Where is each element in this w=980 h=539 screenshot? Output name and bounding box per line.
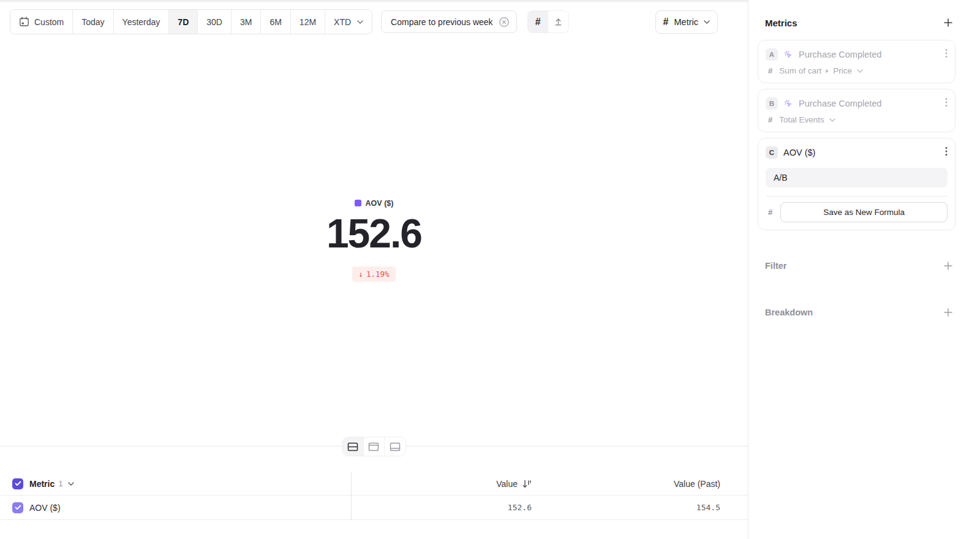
aggregation-dropdown[interactable]: Sum of cart Price bbox=[779, 66, 863, 75]
aggregation-label: Total Events bbox=[779, 115, 824, 124]
save-as-new-formula-button[interactable]: Save as New Formula bbox=[780, 202, 948, 222]
chevron-down-icon[interactable] bbox=[68, 482, 74, 486]
chevron-down-icon bbox=[857, 69, 863, 73]
date-range-7d[interactable]: 7D bbox=[169, 10, 198, 34]
results-table: Metric 1 Value bbox=[0, 472, 748, 520]
table-header-row: Metric 1 Value bbox=[0, 472, 748, 496]
metric-dropdown-button[interactable]: # Metric bbox=[655, 10, 718, 34]
chevron-down-icon bbox=[357, 20, 363, 24]
date-range-label: Custom bbox=[34, 17, 64, 27]
legend-label: AOV ($) bbox=[366, 199, 394, 208]
metric-card-title[interactable]: Purchase Completed bbox=[799, 99, 881, 108]
add-filter-button[interactable] bbox=[942, 260, 954, 272]
sort-descending-icon[interactable] bbox=[522, 480, 532, 488]
legend-swatch bbox=[355, 200, 361, 206]
aggregation-row: # Total Events bbox=[766, 115, 948, 124]
row-metric-cell: AOV ($) bbox=[0, 502, 351, 513]
metric-big-number: 152.6 bbox=[326, 213, 421, 254]
metric-card-a[interactable]: A Purchase Completed # Sum of cart bbox=[758, 40, 956, 83]
row-checkbox[interactable] bbox=[12, 502, 23, 513]
metric-card-c-formula[interactable]: C AOV ($) A/B # Save as New Formula bbox=[758, 138, 956, 230]
layout-bottom-bar-icon bbox=[390, 442, 401, 451]
metric-header-cell[interactable]: Metric 1 bbox=[0, 478, 351, 489]
chevron-down-icon bbox=[704, 20, 710, 24]
layout-split-button[interactable] bbox=[343, 437, 364, 456]
date-range-today[interactable]: Today bbox=[73, 10, 113, 34]
insights-app: Custom Today Yesterday 7D 30D 3M 6M 12M … bbox=[0, 0, 980, 539]
metric-card-title-row: B Purchase Completed bbox=[766, 96, 948, 111]
row-value-past: 154.5 bbox=[532, 503, 720, 512]
metrics-section-header: Metrics bbox=[758, 17, 956, 29]
formula-actions-row: # Save as New Formula bbox=[766, 202, 948, 222]
layout-top-bar-icon bbox=[368, 442, 379, 451]
arrow-down-icon: ↓ bbox=[358, 270, 363, 279]
select-all-checkbox[interactable] bbox=[12, 478, 23, 489]
kebab-icon[interactable] bbox=[945, 146, 948, 159]
add-metric-button[interactable] bbox=[942, 17, 954, 29]
date-range-label: 30D bbox=[206, 17, 222, 27]
aggregation-dropdown[interactable]: Total Events bbox=[779, 115, 835, 124]
trend-view-toggle[interactable] bbox=[548, 11, 568, 32]
date-range-yesterday[interactable]: Yesterday bbox=[114, 10, 170, 34]
hash-icon: # bbox=[768, 208, 772, 217]
value-header-label: Value bbox=[496, 479, 518, 489]
caret-right-icon bbox=[825, 69, 829, 74]
metric-visualization: AOV ($) 152.6 ↓ 1.19% bbox=[0, 34, 748, 446]
row-value: 152.6 bbox=[508, 503, 532, 512]
metric-card-title[interactable]: Purchase Completed bbox=[799, 50, 881, 59]
date-range-label: XTD bbox=[334, 17, 351, 27]
metric-badge: A bbox=[766, 48, 778, 61]
date-range-6m[interactable]: 6M bbox=[261, 10, 290, 34]
metric-count: 1 bbox=[58, 479, 63, 488]
breakdown-section: Breakdown bbox=[758, 306, 956, 318]
date-range-custom[interactable]: Custom bbox=[10, 10, 73, 34]
main-panel: Custom Today Yesterday 7D 30D 3M 6M 12M … bbox=[0, 0, 748, 539]
value-header-cell[interactable]: Value bbox=[351, 479, 532, 489]
date-range-12m[interactable]: 12M bbox=[291, 10, 325, 34]
hash-icon: # bbox=[768, 115, 772, 124]
date-range-label: 7D bbox=[178, 17, 189, 27]
layout-chart-only-button[interactable] bbox=[364, 437, 385, 456]
filter-section: Filter bbox=[758, 260, 956, 272]
add-breakdown-button[interactable] bbox=[942, 306, 954, 318]
metric-button-label: Metric bbox=[674, 17, 698, 27]
number-view-toggle[interactable]: # bbox=[528, 11, 548, 32]
date-range-label: Today bbox=[81, 17, 104, 27]
formula-input[interactable]: A/B bbox=[766, 168, 948, 187]
date-range-xtd[interactable]: XTD bbox=[325, 10, 372, 34]
card-divider bbox=[766, 196, 948, 197]
layout-table-only-button[interactable] bbox=[385, 437, 405, 456]
date-range-30d[interactable]: 30D bbox=[198, 10, 232, 34]
date-range-label: 12M bbox=[300, 17, 316, 27]
delta-value: 1.19% bbox=[366, 270, 390, 279]
visualization-toggle: # bbox=[527, 10, 569, 33]
legend-item[interactable]: AOV ($) bbox=[355, 199, 394, 208]
date-range-control: Custom Today Yesterday 7D 30D 3M 6M 12M … bbox=[10, 9, 372, 34]
aggregation-label: Sum of cart bbox=[779, 66, 821, 75]
filter-title: Filter bbox=[765, 261, 786, 271]
close-circle-icon[interactable] bbox=[499, 17, 510, 28]
query-builder-sidebar: Metrics A Purchase Completed bbox=[748, 0, 980, 539]
metric-badge: C bbox=[766, 146, 778, 159]
hash-icon: # bbox=[768, 66, 772, 75]
value-past-header-cell[interactable]: Value (Past) bbox=[532, 479, 720, 489]
compare-to-previous-pill[interactable]: Compare to previous week bbox=[381, 10, 517, 33]
aggregation-property: Price bbox=[833, 66, 852, 75]
layout-toggle-group bbox=[342, 437, 406, 456]
sparkle-event-icon bbox=[783, 50, 793, 59]
date-range-label: Yesterday bbox=[123, 17, 160, 27]
date-range-label: 6M bbox=[270, 17, 281, 27]
date-range-3m[interactable]: 3M bbox=[232, 10, 261, 34]
table-row: AOV ($) 152.6 154.5 bbox=[0, 496, 748, 520]
table-column-divider bbox=[351, 472, 352, 520]
row-metric-label: AOV ($) bbox=[29, 503, 61, 513]
compare-pill-label: Compare to previous week bbox=[391, 17, 493, 27]
arrow-up-icon bbox=[554, 17, 563, 26]
panel-divider bbox=[0, 446, 748, 447]
metric-card-title[interactable]: AOV ($) bbox=[783, 148, 815, 157]
metric-card-title-row: C AOV ($) bbox=[766, 145, 948, 160]
aggregation-row: # Sum of cart Price bbox=[766, 66, 948, 75]
kebab-icon[interactable] bbox=[945, 48, 948, 61]
kebab-icon[interactable] bbox=[945, 97, 948, 110]
metric-card-b[interactable]: B Purchase Completed # Total Events bbox=[758, 89, 956, 132]
